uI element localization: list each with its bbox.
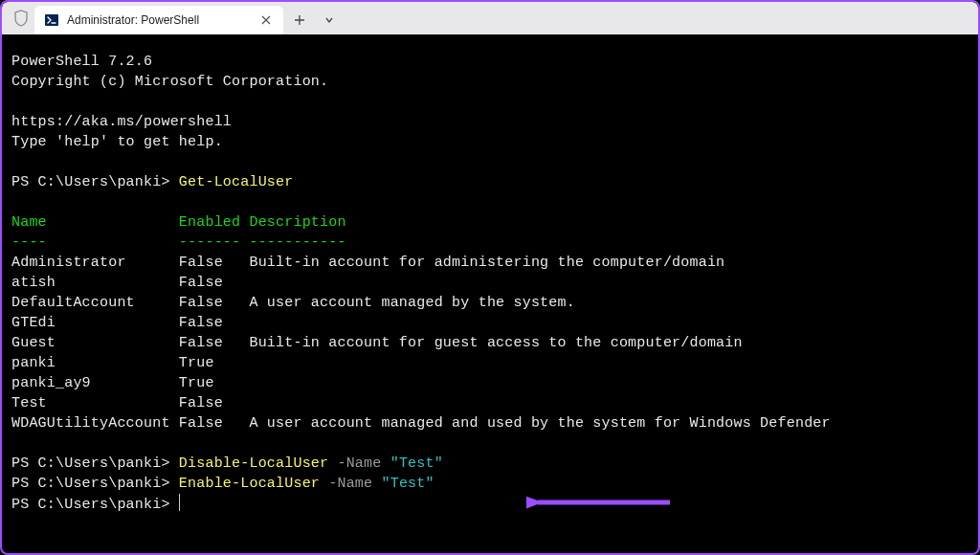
prompt: PS C:\Users\panki> bbox=[11, 497, 179, 513]
command-get-localuser: Get-LocalUser bbox=[179, 174, 294, 190]
table-row: DefaultAccount False A user account mana… bbox=[11, 295, 575, 311]
svg-rect-0 bbox=[45, 14, 58, 26]
url-line: https://aka.ms/powershell bbox=[11, 114, 232, 130]
tab-title: Administrator: PowerShell bbox=[67, 13, 251, 27]
table-row: Guest False Built-in account for guest a… bbox=[11, 335, 743, 351]
table-row: atish False bbox=[11, 275, 249, 291]
new-tab-button[interactable] bbox=[283, 6, 316, 34]
prompt: PS C:\Users\panki> bbox=[11, 476, 179, 492]
tab-dropdown-button[interactable] bbox=[316, 6, 343, 34]
param-name: -Name bbox=[337, 455, 381, 472]
terminal-output[interactable]: PowerShell 7.2.6 Copyright (c) Microsoft… bbox=[2, 34, 978, 524]
shield-icon bbox=[8, 2, 34, 34]
table-row: WDAGUtilityAccount False A user account … bbox=[11, 415, 831, 432]
help-hint: Type 'help' to get help. bbox=[11, 134, 223, 150]
prompt: PS C:\Users\panki> bbox=[11, 174, 179, 190]
param-value: "Test" bbox=[390, 455, 443, 472]
powershell-icon bbox=[44, 12, 59, 28]
table-row: Test False bbox=[11, 395, 249, 411]
copyright-line: Copyright (c) Microsoft Corporation. bbox=[11, 74, 328, 90]
table-row: Administrator False Built-in account for… bbox=[11, 255, 724, 271]
param-value: "Test" bbox=[381, 476, 434, 492]
table-row: panki_ay9 True bbox=[11, 375, 249, 391]
close-icon[interactable] bbox=[258, 12, 274, 28]
table-header-rule: ---- ------- ----------- bbox=[11, 234, 346, 251]
table-row: GTEdi False bbox=[11, 315, 249, 331]
version-line: PowerShell 7.2.6 bbox=[11, 54, 152, 70]
prompt: PS C:\Users\panki> bbox=[11, 455, 179, 472]
command-disable-localuser: Disable-LocalUser bbox=[179, 455, 328, 472]
cursor bbox=[179, 494, 181, 511]
titlebar: Administrator: PowerShell bbox=[2, 2, 978, 34]
command-enable-localuser: Enable-LocalUser bbox=[179, 476, 320, 492]
table-row: panki True bbox=[11, 355, 249, 371]
param-name: -Name bbox=[328, 476, 372, 492]
tab-powershell[interactable]: Administrator: PowerShell bbox=[34, 6, 283, 34]
table-header: Name Enabled Description bbox=[11, 214, 346, 231]
